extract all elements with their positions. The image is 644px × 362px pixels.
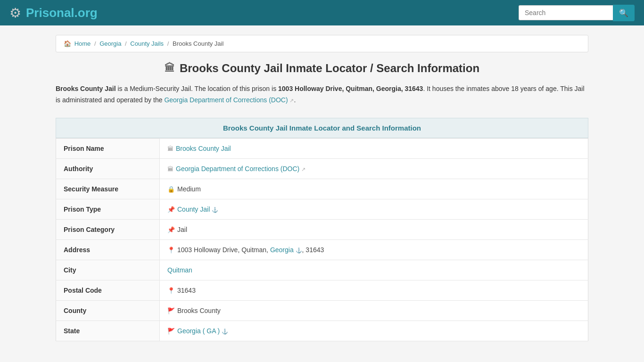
row-label: Prison Name — [56, 138, 160, 158]
row-value: 🚩Georgia ( GA ) ⚓ — [160, 321, 588, 341]
link-icon: ⚓ — [212, 207, 218, 213]
page-title: 🏛 Brooks County Jail Inmate Locator / Se… — [56, 62, 588, 75]
logo-text: Prisonal.org — [26, 6, 98, 20]
desc-address: 1003 Holloway Drive, Quitman, Georgia, 3… — [278, 85, 423, 92]
row-value: 📍1003 Holloway Drive, Quitman, Georgia ⚓… — [160, 239, 588, 260]
row-value: 🚩Brooks County — [160, 300, 588, 321]
table-row: Authority🏛Georgia Department of Correcti… — [56, 158, 588, 179]
location-icon: ⚓ — [296, 247, 302, 253]
row-value: 📍31643 — [160, 280, 588, 300]
table-row: Prison Type📌County Jail ⚓ — [56, 199, 588, 219]
cell-icon: 🚩 — [167, 307, 175, 314]
breadcrumb-current: Brooks County Jail — [173, 40, 223, 47]
table-row: Prison Category📌Jail — [56, 219, 588, 239]
cell-icon: 📌 — [167, 206, 175, 213]
table-row: Security Measure🔒Medium — [56, 179, 588, 199]
table-row: Prison Name🏛Brooks County Jail — [56, 138, 588, 158]
row-label: Authority — [56, 158, 160, 179]
logo-name: Prisonal — [26, 6, 74, 20]
site-header: ⚙ Prisonal.org 🔍 — [0, 0, 644, 25]
section-header: Brooks County Jail Inmate Locator and Se… — [56, 118, 588, 138]
row-value: 🔒Medium — [160, 179, 588, 199]
table-row: Address📍1003 Holloway Drive, Quitman, Ge… — [56, 239, 588, 260]
value-link[interactable]: Quitman — [167, 266, 192, 274]
value-link[interactable]: County Jail — [177, 206, 210, 213]
row-value: 📌County Jail ⚓ — [160, 199, 588, 219]
breadcrumb: 🏠 Home / Georgia / County Jails / Brooks… — [56, 35, 588, 52]
prison-name-bold: Brooks County Jail — [56, 85, 116, 92]
cell-icon: 🏛 — [167, 145, 173, 152]
cell-icon: 🚩 — [167, 328, 175, 335]
table-row: Postal Code📍31643 — [56, 280, 588, 300]
row-label: Postal Code — [56, 280, 160, 300]
external-link-icon: ↗ — [301, 166, 305, 172]
row-label: Prison Type — [56, 199, 160, 219]
table-row: State🚩Georgia ( GA ) ⚓ — [56, 321, 588, 341]
table-row: County🚩Brooks County — [56, 300, 588, 321]
breadcrumb-sep-2: / — [125, 40, 127, 47]
desc-end: . — [294, 96, 296, 104]
cell-icon: 📍 — [167, 247, 175, 254]
breadcrumb-sep-1: / — [94, 40, 96, 47]
value-link[interactable]: Brooks County Jail — [176, 145, 231, 152]
description-paragraph: Brooks County Jail is a Medium-Security … — [56, 83, 588, 106]
doc-link[interactable]: Georgia Department of Corrections (DOC) — [164, 96, 288, 104]
row-label: City — [56, 260, 160, 280]
cell-icon: 📌 — [167, 226, 175, 233]
breadcrumb-home[interactable]: Home — [74, 40, 91, 47]
breadcrumb-sep-3: / — [167, 40, 169, 47]
row-value: 🏛Georgia Department of Corrections (DOC)… — [160, 158, 588, 179]
row-label: Prison Category — [56, 219, 160, 239]
breadcrumb-state[interactable]: Georgia — [99, 40, 121, 47]
row-label: Address — [56, 239, 160, 260]
breadcrumb-category[interactable]: County Jails — [130, 40, 164, 47]
home-icon: 🏠 — [64, 40, 71, 47]
row-value: 📌Jail — [160, 219, 588, 239]
title-icon: 🏛 — [165, 62, 175, 74]
value-link[interactable]: Georgia ( GA ) — [177, 327, 220, 335]
row-label: State — [56, 321, 160, 341]
link-icon: ⚓ — [222, 329, 228, 334]
info-table: Prison Name🏛Brooks County JailAuthority🏛… — [56, 138, 588, 341]
main-content: 🏠 Home / Georgia / County Jails / Brooks… — [49, 25, 595, 351]
table-row: CityQuitman — [56, 260, 588, 280]
row-value: Quitman — [160, 260, 588, 280]
row-label: County — [56, 300, 160, 321]
value-link[interactable]: Georgia Department of Corrections (DOC) — [176, 165, 299, 173]
cell-icon: 🔒 — [167, 186, 175, 193]
desc-part1: is a Medium-Security Jail. The location … — [116, 85, 278, 92]
section-header-text: Brooks County Jail Inmate Locator and Se… — [223, 124, 421, 132]
row-label: Security Measure — [56, 179, 160, 199]
search-input[interactable] — [519, 5, 613, 20]
search-area: 🔍 — [519, 5, 635, 21]
cell-icon: 📍 — [167, 287, 175, 294]
row-value: 🏛Brooks County Jail — [160, 138, 588, 158]
search-button[interactable]: 🔍 — [613, 5, 635, 21]
logo-area: ⚙ Prisonal.org — [9, 5, 98, 21]
logo-icon: ⚙ — [9, 5, 21, 21]
page-title-text: Brooks County Jail Inmate Locator / Sear… — [180, 62, 479, 75]
cell-icon: 🏛 — [167, 165, 173, 173]
state-link[interactable]: Georgia — [270, 246, 294, 254]
logo-tld: .org — [74, 6, 98, 20]
